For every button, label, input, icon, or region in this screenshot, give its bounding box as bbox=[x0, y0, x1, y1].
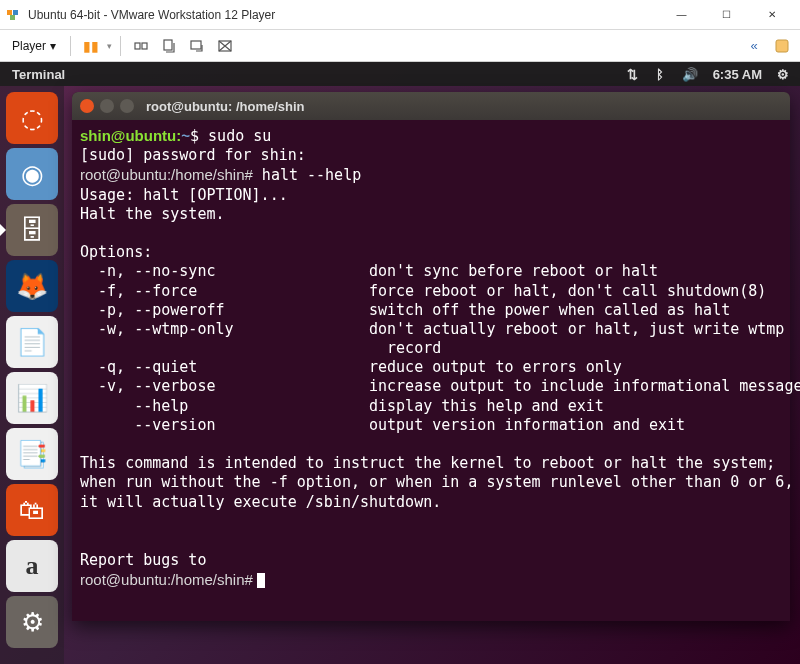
launcher-amazon[interactable]: a bbox=[6, 540, 58, 592]
separator bbox=[120, 36, 121, 56]
launcher-writer[interactable]: 📄 bbox=[6, 316, 58, 368]
svg-rect-6 bbox=[191, 41, 201, 49]
chevron-down-icon: ▾ bbox=[50, 39, 56, 53]
menubar-app-title: Terminal bbox=[8, 67, 612, 82]
bluetooth-icon[interactable]: ᛒ bbox=[653, 67, 667, 82]
terminal-maximize-button[interactable] bbox=[120, 99, 134, 113]
vmware-icon bbox=[6, 7, 22, 23]
pause-button[interactable]: ▮▮ bbox=[79, 34, 103, 58]
terminal-body[interactable]: shin@ubuntu:~$ sudo su [sudo] password f… bbox=[72, 120, 790, 621]
launcher-files[interactable]: 🗄 bbox=[6, 204, 58, 256]
svg-rect-0 bbox=[7, 10, 12, 15]
volume-icon[interactable]: 🔊 bbox=[679, 67, 701, 82]
launcher-calc[interactable]: 📊 bbox=[6, 372, 58, 424]
network-icon[interactable]: ⇅ bbox=[624, 67, 641, 82]
vmware-title: Ubuntu 64-bit - VMware Workstation 12 Pl… bbox=[28, 8, 659, 22]
clock[interactable]: 6:35 AM bbox=[713, 67, 762, 82]
launcher-impress[interactable]: 📑 bbox=[6, 428, 58, 480]
svg-rect-5 bbox=[164, 40, 172, 50]
terminal-title: root@ubuntu: /home/shin bbox=[146, 99, 305, 114]
svg-rect-8 bbox=[776, 40, 788, 52]
separator bbox=[70, 36, 71, 56]
ubuntu-desktop: Terminal ⇅ ᛒ 🔊 6:35 AM ⚙ ◌◉🗄🦊📄📊📑🛍a⚙ root… bbox=[0, 62, 800, 664]
svg-rect-1 bbox=[13, 10, 18, 15]
maximize-button[interactable]: ☐ bbox=[704, 0, 749, 30]
terminal-close-button[interactable] bbox=[80, 99, 94, 113]
terminal-titlebar[interactable]: root@ubuntu: /home/shin bbox=[72, 92, 790, 120]
launcher: ◌◉🗄🦊📄📊📑🛍a⚙ bbox=[0, 86, 64, 664]
chevron-down-icon: ▾ bbox=[107, 41, 112, 51]
vmware-titlebar: Ubuntu 64-bit - VMware Workstation 12 Pl… bbox=[0, 0, 800, 30]
terminal-minimize-button[interactable] bbox=[100, 99, 114, 113]
svg-rect-3 bbox=[135, 43, 140, 49]
close-button[interactable]: ✕ bbox=[749, 0, 794, 30]
launcher-software[interactable]: 🛍 bbox=[6, 484, 58, 536]
ubuntu-menubar: Terminal ⇅ ᛒ 🔊 6:35 AM ⚙ bbox=[0, 62, 800, 86]
svg-rect-4 bbox=[142, 43, 147, 49]
launcher-dash[interactable]: ◌ bbox=[6, 92, 58, 144]
snapshot-button[interactable] bbox=[157, 34, 181, 58]
tools-button[interactable] bbox=[770, 34, 794, 58]
gear-icon[interactable]: ⚙ bbox=[774, 67, 792, 82]
fullscreen-button[interactable] bbox=[213, 34, 237, 58]
svg-rect-2 bbox=[10, 15, 15, 20]
launcher-settings[interactable]: ⚙ bbox=[6, 596, 58, 648]
terminal-window: root@ubuntu: /home/shin shin@ubuntu:~$ s… bbox=[72, 92, 790, 621]
unity-button[interactable] bbox=[185, 34, 209, 58]
vmware-toolbar: Player ▾ ▮▮ ▾ « bbox=[0, 30, 800, 62]
launcher-chromium[interactable]: ◉ bbox=[6, 148, 58, 200]
player-menu[interactable]: Player ▾ bbox=[6, 37, 62, 55]
launcher-firefox[interactable]: 🦊 bbox=[6, 260, 58, 312]
collapse-button[interactable]: « bbox=[742, 34, 766, 58]
minimize-button[interactable]: — bbox=[659, 0, 704, 30]
send-keys-button[interactable] bbox=[129, 34, 153, 58]
